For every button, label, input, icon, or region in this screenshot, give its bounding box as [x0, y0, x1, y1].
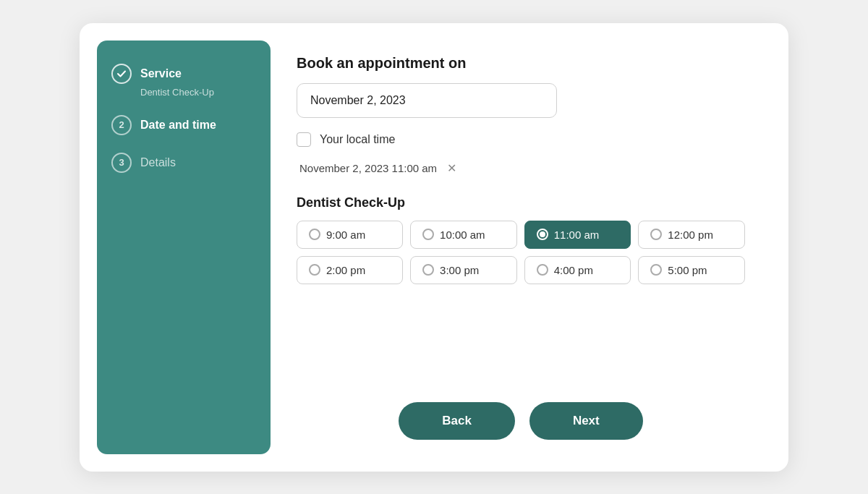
time-slot-9am[interactable]: 9:00 am [297, 221, 403, 249]
radio-circle-2pm [309, 264, 320, 276]
radio-circle-9am [309, 229, 320, 240]
sidebar-item-details[interactable]: 3 Details [111, 153, 256, 173]
step-3-circle: 3 [111, 153, 132, 173]
sidebar: Service Dentist Check-Up 2 Date and time… [97, 41, 271, 454]
check-circle-icon [111, 64, 132, 84]
date-input[interactable]: November 2, 2023 [297, 83, 557, 118]
time-slot-10am[interactable]: 10:00 am [410, 221, 517, 249]
radio-circle-4pm [537, 264, 548, 276]
back-button[interactable]: Back [399, 402, 515, 440]
time-slot-3pm[interactable]: 3:00 pm [410, 256, 517, 284]
time-slot-label-4pm: 4:00 pm [554, 264, 593, 276]
time-slot-label-11am: 11:00 am [554, 229, 600, 241]
step-2-circle: 2 [111, 115, 132, 135]
book-title: Book an appointment on [297, 55, 745, 72]
footer-buttons: Back Next [297, 388, 745, 440]
radio-circle-11am [537, 229, 548, 240]
sidebar-item-service: Service Dentist Check-Up [111, 64, 256, 98]
radio-circle-12pm [650, 229, 662, 240]
date-value: November 2, 2023 [310, 94, 406, 106]
selected-datetime-text: November 2, 2023 11:00 am [299, 162, 437, 174]
booking-modal: Service Dentist Check-Up 2 Date and time… [80, 23, 788, 472]
main-content: Book an appointment on November 2, 2023 … [271, 41, 771, 454]
radio-circle-5pm [650, 264, 662, 276]
next-button[interactable]: Next [529, 402, 643, 440]
radio-circle-3pm [422, 264, 434, 276]
time-slot-label-5pm: 5:00 pm [668, 264, 707, 276]
sidebar-service-sublabel: Dentist Check-Up [140, 87, 214, 98]
time-slot-label-9am: 9:00 am [326, 229, 365, 241]
time-slot-11am[interactable]: 11:00 am [524, 221, 631, 249]
local-time-row: Your local time [297, 132, 745, 147]
time-slot-label-3pm: 3:00 pm [440, 264, 479, 276]
time-slot-4pm[interactable]: 4:00 pm [524, 256, 631, 284]
service-name-title: Dentist Check-Up [297, 195, 745, 210]
time-slot-12pm[interactable]: 12:00 pm [638, 221, 745, 249]
sidebar-service-label: Service [140, 67, 182, 80]
local-time-label: Your local time [320, 133, 395, 146]
local-time-checkbox[interactable] [297, 132, 311, 147]
time-slot-5pm[interactable]: 5:00 pm [638, 256, 745, 284]
sidebar-item-date-time[interactable]: 2 Date and time [111, 115, 256, 135]
sidebar-date-time-label: Date and time [140, 119, 216, 132]
selected-time-row: November 2, 2023 11:00 am ✕ [297, 161, 745, 175]
time-slot-label-10am: 10:00 am [440, 229, 485, 241]
time-slot-2pm[interactable]: 2:00 pm [297, 256, 403, 284]
clear-datetime-button[interactable]: ✕ [447, 161, 456, 175]
time-slots-grid: 9:00 am10:00 am11:00 am12:00 pm2:00 pm3:… [297, 221, 745, 284]
time-slot-label-2pm: 2:00 pm [326, 264, 365, 276]
time-slot-label-12pm: 12:00 pm [668, 229, 713, 241]
sidebar-details-label: Details [140, 156, 176, 169]
radio-circle-10am [422, 229, 434, 240]
